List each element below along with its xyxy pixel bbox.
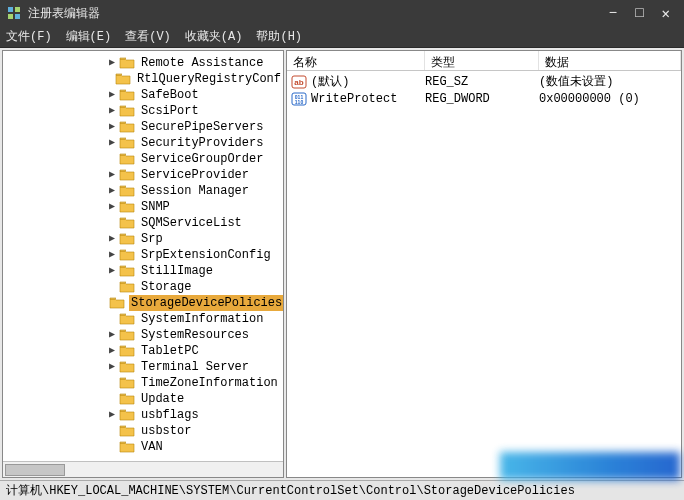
values-pane: 名称 类型 数据 ab(默认)REG_SZ(数值未设置)011110WriteP…	[286, 50, 682, 478]
tree-item[interactable]: ▶SNMP	[3, 199, 283, 215]
tree-item[interactable]: ▶Session Manager	[3, 183, 283, 199]
value-type: REG_SZ	[425, 75, 539, 89]
tree-item[interactable]: SystemInformation	[3, 311, 283, 327]
folder-icon	[119, 136, 135, 150]
folder-icon	[119, 360, 135, 374]
folder-icon	[119, 264, 135, 278]
expander-icon[interactable]: ▶	[107, 231, 117, 247]
tree-item[interactable]: ▶Remote Assistance	[3, 55, 283, 71]
tree-item-label: Srp	[139, 231, 165, 247]
svg-rect-2	[8, 14, 13, 19]
tree-item[interactable]: ▶SafeBoot	[3, 87, 283, 103]
tree-item[interactable]: ▶Srp	[3, 231, 283, 247]
column-header-type[interactable]: 类型	[425, 51, 539, 70]
tree-item[interactable]: ▶SecurityProviders	[3, 135, 283, 151]
tree-item[interactable]: TimeZoneInformation	[3, 375, 283, 391]
expander-icon[interactable]: ▶	[107, 119, 117, 135]
window-title: 注册表编辑器	[28, 5, 609, 22]
menu-help[interactable]: 帮助(H)	[256, 28, 302, 45]
expander-icon[interactable]: ▶	[107, 359, 117, 375]
tree-item[interactable]: ▶ServiceProvider	[3, 167, 283, 183]
tree-item-label: SrpExtensionConfig	[139, 247, 273, 263]
menu-view[interactable]: 查看(V)	[125, 28, 171, 45]
tree-item[interactable]: ▶ScsiPort	[3, 103, 283, 119]
tree-item[interactable]: StorageDevicePolicies	[3, 295, 283, 311]
minimize-button[interactable]: −	[609, 5, 617, 22]
watermark	[500, 452, 680, 480]
status-path: 计算机\HKEY_LOCAL_MACHINE\SYSTEM\CurrentCon…	[6, 482, 575, 499]
folder-icon	[119, 152, 135, 166]
tree-item-label: SecurePipeServers	[139, 119, 265, 135]
menu-favorites[interactable]: 收藏夹(A)	[185, 28, 243, 45]
expander-icon[interactable]: ▶	[107, 183, 117, 199]
value-data: (数值未设置)	[539, 73, 681, 90]
value-row[interactable]: 011110WriteProtectREG_DWORD0x00000000 (0…	[287, 90, 681, 107]
tree-item-label: ServiceGroupOrder	[139, 151, 265, 167]
tree-item[interactable]: ▶SrpExtensionConfig	[3, 247, 283, 263]
folder-icon	[119, 232, 135, 246]
folder-icon	[119, 440, 135, 454]
expander-icon[interactable]: ▶	[107, 263, 117, 279]
folder-icon	[119, 424, 135, 438]
expander-icon[interactable]: ▶	[107, 247, 117, 263]
regedit-icon	[6, 5, 22, 21]
expander-icon[interactable]: ▶	[107, 343, 117, 359]
menu-edit[interactable]: 编辑(E)	[66, 28, 112, 45]
expander-icon[interactable]: ▶	[107, 199, 117, 215]
scrollbar-thumb[interactable]	[5, 464, 65, 476]
tree-item-label: VAN	[139, 439, 165, 455]
folder-icon	[119, 184, 135, 198]
tree-item-label: TimeZoneInformation	[139, 375, 280, 391]
svg-rect-3	[15, 14, 20, 19]
value-type: REG_DWORD	[425, 92, 539, 106]
folder-icon	[119, 168, 135, 182]
tree-item[interactable]: RtlQueryRegistryConf	[3, 71, 283, 87]
folder-icon	[119, 88, 135, 102]
tree-item[interactable]: usbstor	[3, 423, 283, 439]
tree-item-label: SecurityProviders	[139, 135, 265, 151]
tree-item[interactable]: ▶TabletPC	[3, 343, 283, 359]
tree-item-label: Remote Assistance	[139, 55, 265, 71]
expander-icon[interactable]: ▶	[107, 407, 117, 423]
value-data: 0x00000000 (0)	[539, 92, 681, 106]
folder-icon	[119, 120, 135, 134]
folder-icon	[119, 376, 135, 390]
registry-tree[interactable]: ▶Remote AssistanceRtlQueryRegistryConf▶S…	[3, 51, 283, 461]
folder-icon	[119, 248, 135, 262]
tree-item[interactable]: VAN	[3, 439, 283, 455]
expander-icon[interactable]: ▶	[107, 167, 117, 183]
menu-file[interactable]: 文件(F)	[6, 28, 52, 45]
expander-icon[interactable]: ▶	[107, 55, 117, 71]
string-value-icon: ab	[291, 75, 307, 89]
tree-item[interactable]: ▶StillImage	[3, 263, 283, 279]
tree-item[interactable]: ▶Terminal Server	[3, 359, 283, 375]
tree-item[interactable]: ▶usbflags	[3, 407, 283, 423]
close-button[interactable]: ✕	[662, 5, 670, 22]
expander-icon[interactable]: ▶	[107, 103, 117, 119]
value-row[interactable]: ab(默认)REG_SZ(数值未设置)	[287, 73, 681, 90]
svg-text:110: 110	[295, 99, 304, 105]
tree-item[interactable]: ServiceGroupOrder	[3, 151, 283, 167]
column-header-name[interactable]: 名称	[287, 51, 425, 70]
binary-value-icon: 011110	[291, 92, 307, 106]
tree-item[interactable]: ▶SecurePipeServers	[3, 119, 283, 135]
values-list[interactable]: ab(默认)REG_SZ(数值未设置)011110WriteProtectREG…	[287, 71, 681, 477]
tree-item-label: Terminal Server	[139, 359, 251, 375]
maximize-button[interactable]: □	[635, 5, 643, 22]
folder-icon	[115, 72, 131, 86]
titlebar: 注册表编辑器 − □ ✕	[0, 0, 684, 26]
tree-item[interactable]: ▶SystemResources	[3, 327, 283, 343]
value-name: (默认)	[311, 73, 425, 90]
tree-item[interactable]: Storage	[3, 279, 283, 295]
expander-icon[interactable]: ▶	[107, 327, 117, 343]
folder-icon	[119, 216, 135, 230]
tree-item-label: SQMServiceList	[139, 215, 244, 231]
column-header-data[interactable]: 数据	[539, 51, 681, 70]
tree-horizontal-scrollbar[interactable]	[3, 461, 283, 477]
values-header: 名称 类型 数据	[287, 51, 681, 71]
tree-item[interactable]: SQMServiceList	[3, 215, 283, 231]
folder-icon	[109, 296, 125, 310]
expander-icon[interactable]: ▶	[107, 87, 117, 103]
tree-item[interactable]: Update	[3, 391, 283, 407]
expander-icon[interactable]: ▶	[107, 135, 117, 151]
